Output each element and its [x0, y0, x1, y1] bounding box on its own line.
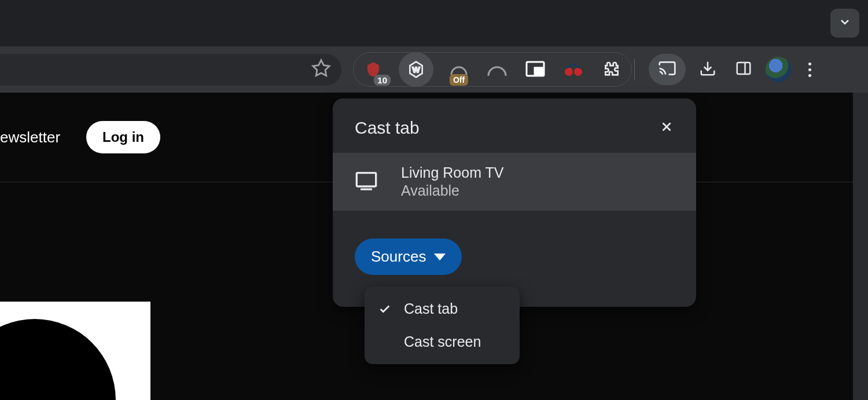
side-panel-icon: [735, 60, 752, 79]
download-icon: [699, 60, 716, 79]
extension-ublock[interactable]: 10: [361, 57, 386, 82]
cast-icon: [658, 59, 676, 80]
tab-search-button[interactable]: [830, 9, 859, 38]
cast-dialog: Cast tab Living Room TV Available Source…: [333, 98, 696, 307]
chrome-menu-button[interactable]: [799, 58, 821, 82]
article-image: [0, 302, 150, 400]
check-icon: [377, 303, 392, 315]
svg-point-6: [574, 68, 582, 76]
extension-off-badge: Off: [450, 74, 468, 86]
tab-strip: [0, 0, 868, 46]
cast-device-status: Available: [401, 182, 503, 199]
bookmark-star-icon[interactable]: [311, 58, 331, 80]
cast-device-name: Living Room TV: [401, 164, 503, 181]
extension-glasses[interactable]: [561, 57, 586, 82]
extension-pip[interactable]: [523, 57, 548, 82]
extension-badge: 10: [374, 75, 391, 86]
toolbar-right-icons: [649, 54, 821, 85]
extensions-menu-icon[interactable]: [599, 57, 624, 82]
triangle-down-icon: [434, 254, 446, 260]
menu-dot-icon: [808, 68, 811, 71]
browser-toolbar: 10 W Off: [0, 46, 868, 93]
sources-menu: Cast tab Cast screen: [365, 287, 520, 364]
newsletter-link[interactable]: ewsletter: [0, 129, 60, 146]
svg-rect-12: [356, 173, 376, 186]
toolbar-divider: [634, 59, 635, 80]
cast-button[interactable]: [649, 54, 686, 85]
menu-dot-icon: [808, 63, 811, 65]
svg-text:W: W: [413, 65, 420, 74]
extension-arch-off[interactable]: Off: [446, 57, 472, 82]
side-panel-button[interactable]: [730, 56, 757, 83]
cast-dialog-title: Cast tab: [355, 118, 420, 138]
close-icon: [659, 126, 674, 136]
cast-device-text: Living Room TV Available: [401, 164, 503, 199]
tv-icon: [355, 170, 378, 193]
extension-arch[interactable]: [484, 57, 510, 82]
svg-point-5: [565, 68, 573, 76]
extension-hexagon[interactable]: W: [399, 52, 433, 87]
login-button[interactable]: Log in: [86, 121, 160, 153]
menu-item-label: Cast screen: [404, 333, 481, 350]
menu-item-label: Cast tab: [404, 300, 458, 317]
sources-dropdown-button[interactable]: Sources: [355, 238, 462, 275]
cast-close-button[interactable]: [656, 116, 678, 140]
sources-menu-item-cast-screen[interactable]: Cast screen: [365, 325, 520, 358]
page-scrollbar[interactable]: [853, 93, 868, 400]
cast-dialog-header: Cast tab: [333, 98, 696, 153]
svg-rect-8: [737, 63, 751, 74]
sources-label: Sources: [371, 248, 426, 266]
menu-dot-icon: [808, 74, 811, 77]
svg-rect-4: [535, 68, 543, 75]
address-bar[interactable]: [0, 54, 341, 86]
extensions-group: 10 W Off: [353, 52, 632, 87]
profile-avatar[interactable]: [766, 57, 791, 82]
cast-device-item[interactable]: Living Room TV Available: [333, 153, 696, 211]
downloads-button[interactable]: [694, 56, 722, 83]
sources-menu-item-cast-tab[interactable]: Cast tab: [365, 292, 520, 325]
chevron-down-icon: [838, 15, 852, 31]
svg-marker-0: [313, 60, 329, 76]
